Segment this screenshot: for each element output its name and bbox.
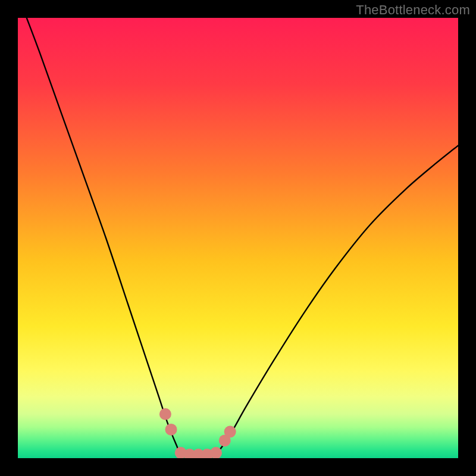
valley-marker — [159, 408, 171, 420]
chart-frame: TheBottleneck.com — [0, 0, 476, 476]
bottleneck-curve — [27, 18, 458, 456]
plot-area — [18, 18, 458, 458]
curve-layer — [18, 18, 458, 458]
watermark-text: TheBottleneck.com — [356, 2, 470, 18]
valley-markers — [159, 408, 236, 458]
valley-marker — [224, 426, 236, 438]
valley-marker — [165, 424, 177, 436]
